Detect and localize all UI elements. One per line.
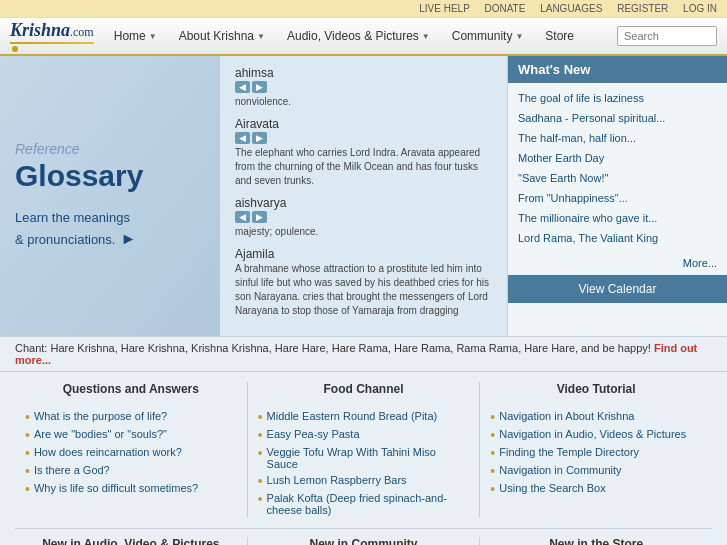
search-input[interactable] [617,26,717,46]
entry-aishvarya: aishvarya ◀ ▶ majesty; opulence. [235,196,497,239]
languages-link[interactable]: LANGUAGES [540,3,602,14]
audio-new-section: New in Audio, Video & Pictures The milli… [15,537,248,545]
list-item: Easy Pea-sy Pasta [258,426,470,444]
entry-ajamila: Ajamila A brahmane whose attraction to a… [235,247,497,318]
whats-new-item-1[interactable]: Sadhana - Personal spiritual... [508,108,727,128]
about-dropdown-arrow: ▼ [257,32,265,41]
register-link[interactable]: REGISTER [617,3,668,14]
nav-audio[interactable]: Audio, Videos & Pictures ▼ [277,23,440,49]
food-header: Food Channel [258,382,470,400]
entry-airavata: Airavata ◀ ▶ The elephant who carries Lo… [235,117,497,188]
video-section: Video Tutorial Navigation in About Krish… [480,382,712,518]
whats-new-items: The goal of life is laziness Sadhana - P… [508,83,727,253]
food-section: Food Channel Middle Eastern Round Bread … [248,382,481,518]
login-link[interactable]: LOG IN [683,3,717,14]
search-area [617,26,717,46]
bottom-row2: New in Audio, Video & Pictures The milli… [15,528,712,545]
glossary-left-panel: Reference Glossary Learn the meanings & … [0,56,220,336]
logo-underline [10,42,94,44]
qa-header: Questions and Answers [25,382,237,400]
list-item: Navigation in Community [490,462,702,480]
live-help-link[interactable]: LIVE HELP [419,3,469,14]
list-item: How does reincarnation work? [25,444,237,462]
logo-text: Krishna.com [10,20,94,41]
glossary-reference-label: Reference [15,141,80,157]
logo-indicator [12,46,18,52]
nav-store[interactable]: Store [535,23,584,49]
nav-community[interactable]: Community ▼ [442,23,534,49]
whats-new-item-5[interactable]: From "Unhappiness"... [508,188,727,208]
qa-list: What is the purpose of life? Are we "bod… [25,408,237,498]
glossary-entries: ahimsa ◀ ▶ nonviolence. Airavata ◀ ▶ The… [220,56,507,336]
community-new-section: New in Community Mother Earth Day [248,537,481,545]
glossary-arrow-link[interactable]: ► [120,227,136,251]
glossary-description: Learn the meanings & pronunciations. ► [15,208,136,252]
store-new-section: New in the Store Sale: Krishna Art Print… [480,537,712,545]
more-link[interactable]: More... [508,253,727,273]
glossary-title: Glossary [15,159,143,193]
list-item: Using the Search Box [490,480,702,498]
donate-link[interactable]: DONATE [484,3,525,14]
video-header: Video Tutorial [490,382,702,400]
arrow-next-3[interactable]: ▶ [252,211,267,223]
list-item: Lush Lemon Raspberry Bars [258,472,470,490]
logo[interactable]: Krishna.com [10,20,94,52]
list-item: Middle Eastern Round Bread (Pita) [258,408,470,426]
arrow-prev-2[interactable]: ◀ [235,132,250,144]
whats-new-panel: What's New The goal of life is laziness … [507,56,727,336]
food-list: Middle Eastern Round Bread (Pita) Easy P… [258,408,470,518]
list-item: Are we "bodies" or "souls?" [25,426,237,444]
whats-new-item-3[interactable]: Mother Earth Day [508,148,727,168]
list-item: Why is life so difficult sometimes? [25,480,237,498]
list-item: Veggie Tofu Wrap With Tahini Miso Sauce [258,444,470,472]
list-item: Is there a God? [25,462,237,480]
whats-new-item-7[interactable]: Lord Rama, The Valiant King [508,228,727,248]
community-dropdown-arrow: ▼ [515,32,523,41]
whats-new-item-2[interactable]: The half-man, half lion... [508,128,727,148]
audio-new-header: New in Audio, Video & Pictures [25,537,237,545]
whats-new-item-4[interactable]: "Save Earth Now!" [508,168,727,188]
nav-bar: Krishna.com Home ▼ About Krishna ▼ Audio… [0,18,727,56]
home-dropdown-arrow: ▼ [149,32,157,41]
nav-home[interactable]: Home ▼ [104,23,167,49]
list-item: Navigation in Audio, Videos & Pictures [490,426,702,444]
arrow-prev-3[interactable]: ◀ [235,211,250,223]
main-area: Reference Glossary Learn the meanings & … [0,56,727,336]
whats-new-item-6[interactable]: The millionaire who gave it... [508,208,727,228]
community-new-header: New in Community [258,537,470,545]
qa-section: Questions and Answers What is the purpos… [15,382,248,518]
view-calendar-button[interactable]: View Calendar [508,275,727,303]
video-list: Navigation in About Krishna Navigation i… [490,408,702,498]
store-new-header: New in the Store [490,537,702,545]
whats-new-item-0[interactable]: The goal of life is laziness [508,88,727,108]
top-bar: LIVE HELP DONATE LANGUAGES REGISTER LOG … [0,0,727,18]
list-item: Finding the Temple Directory [490,444,702,462]
arrow-next[interactable]: ▶ [252,81,267,93]
arrow-prev[interactable]: ◀ [235,81,250,93]
entry-ahimsa: ahimsa ◀ ▶ nonviolence. [235,66,497,109]
list-item: Palak Kofta (Deep fried spinach-and-chee… [258,490,470,518]
chant-text: Chant: Hare Krishna, Hare Krishna, Krish… [15,342,651,354]
nav-links: Home ▼ About Krishna ▼ Audio, Videos & P… [104,23,617,49]
whats-new-header: What's New [508,56,727,83]
list-item: Navigation in About Krishna [490,408,702,426]
nav-about[interactable]: About Krishna ▼ [169,23,275,49]
list-item: What is the purpose of life? [25,408,237,426]
three-col-sections: Questions and Answers What is the purpos… [15,382,712,518]
chant-bar: Chant: Hare Krishna, Hare Krishna, Krish… [0,336,727,372]
audio-dropdown-arrow: ▼ [422,32,430,41]
arrow-next-2[interactable]: ▶ [252,132,267,144]
bottom-sections: Questions and Answers What is the purpos… [0,372,727,545]
